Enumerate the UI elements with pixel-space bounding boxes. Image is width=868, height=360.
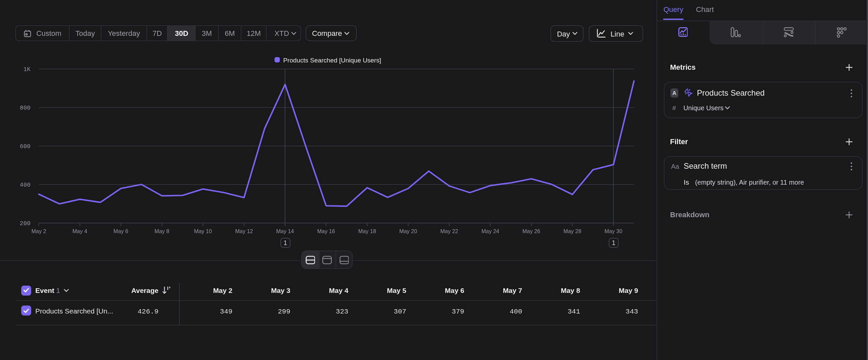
svg-text:May 14: May 14 — [276, 228, 294, 234]
svg-text:May 10: May 10 — [194, 228, 212, 234]
svg-text:May 22: May 22 — [440, 228, 458, 234]
svg-text:400: 400 — [20, 182, 31, 188]
svg-text:May 12: May 12 — [235, 228, 253, 234]
svg-text:May 28: May 28 — [564, 228, 582, 234]
svg-text:May 4: May 4 — [72, 228, 87, 234]
svg-text:1K: 1K — [23, 66, 31, 73]
svg-text:May 6: May 6 — [114, 228, 128, 234]
svg-text:May 18: May 18 — [359, 228, 376, 234]
svg-text:600: 600 — [20, 143, 31, 150]
svg-text:May 26: May 26 — [523, 228, 540, 234]
svg-text:800: 800 — [20, 105, 31, 111]
svg-text:May 8: May 8 — [155, 228, 169, 234]
svg-text:May 2: May 2 — [31, 228, 46, 234]
svg-text:May 24: May 24 — [482, 228, 499, 234]
svg-text:May 30: May 30 — [604, 228, 622, 234]
svg-text:May 20: May 20 — [399, 228, 417, 234]
svg-text:200: 200 — [20, 220, 31, 227]
svg-text:May 16: May 16 — [317, 228, 335, 234]
